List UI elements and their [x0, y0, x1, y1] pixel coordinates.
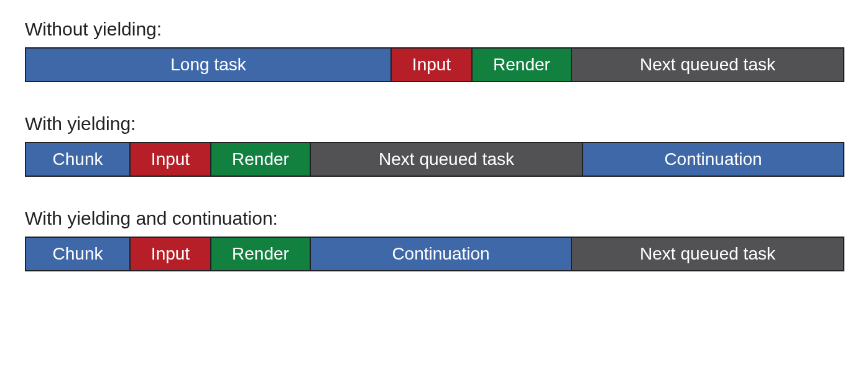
block-input: Input — [392, 47, 473, 82]
block-next-queued-task: Next queued task — [572, 47, 844, 82]
timeline-without-yielding: Long task Input Render Next queued task — [25, 47, 843, 82]
block-next-queued-task: Next queued task — [572, 237, 844, 271]
block-chunk: Chunk — [25, 237, 131, 271]
section-title: Without yielding: — [25, 19, 843, 40]
block-render: Render — [473, 47, 572, 82]
block-next-queued-task: Next queued task — [311, 142, 583, 177]
block-input: Input — [131, 142, 211, 177]
block-render: Render — [211, 237, 311, 271]
section-title: With yielding and continuation: — [25, 208, 843, 229]
timeline-with-yielding: Chunk Input Render Next queued task Cont… — [25, 142, 843, 177]
block-long-task: Long task — [25, 47, 392, 82]
section-title: With yielding: — [25, 113, 843, 134]
section-without-yielding: Without yielding: Long task Input Render… — [25, 19, 843, 82]
timeline-with-yielding-continuation: Chunk Input Render Continuation Next que… — [25, 237, 843, 271]
section-with-yielding: With yielding: Chunk Input Render Next q… — [25, 113, 843, 177]
block-continuation: Continuation — [311, 237, 572, 271]
block-continuation: Continuation — [583, 142, 844, 177]
block-render: Render — [211, 142, 311, 177]
section-with-yielding-continuation: With yielding and continuation: Chunk In… — [25, 208, 843, 271]
block-chunk: Chunk — [25, 142, 131, 177]
block-input: Input — [131, 237, 211, 271]
